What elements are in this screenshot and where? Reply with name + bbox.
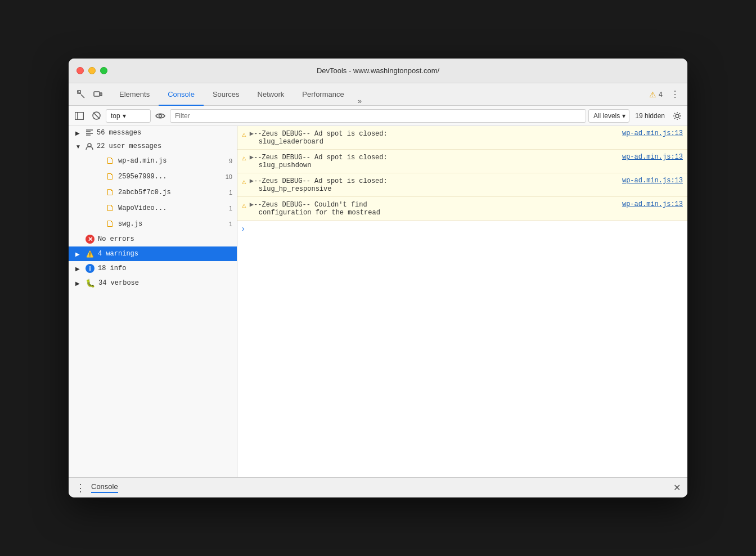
sidebar-toggle-icon[interactable] xyxy=(72,109,87,123)
tab-sources[interactable]: Sources xyxy=(204,84,249,106)
entry-link-3[interactable]: wp-ad.min.js:13 xyxy=(622,177,683,185)
inspect-icon[interactable] xyxy=(73,87,89,102)
maximize-button[interactable] xyxy=(100,67,107,74)
console-entry-4: ⚠ ▶--Zeus DEBUG-- Couldn't find wp-ad.mi… xyxy=(237,197,687,221)
svg-rect-2 xyxy=(100,93,102,96)
settings-icon[interactable] xyxy=(670,109,684,123)
svg-rect-3 xyxy=(75,112,84,119)
bottom-bar-menu-icon[interactable]: ⋮ xyxy=(75,482,86,494)
entry-link-1[interactable]: wp-ad.min.js:13 xyxy=(622,129,683,137)
title-bar: DevTools - www.washingtonpost.com/ xyxy=(69,59,687,83)
bottom-bar-title: Console xyxy=(91,482,118,493)
tab-performance[interactable]: Performance xyxy=(293,84,353,106)
warning-icon-1: ⚠ xyxy=(242,130,246,139)
no-errors-label: No errors xyxy=(98,235,232,243)
nav-tabs: Elements Console Sources Network Perform… xyxy=(110,83,649,105)
warning-icon-4: ⚠ xyxy=(242,201,246,210)
entry-text-4: ▶--Zeus DEBUG-- Couldn't find xyxy=(250,200,620,209)
entry-line-1: ▶--Zeus DEBUG-- Ad spot is closed: wp-ad… xyxy=(250,129,683,138)
verbose-label: 34 verbose xyxy=(98,279,232,287)
entry-text-3: ▶--Zeus DEBUG-- Ad spot is closed: xyxy=(250,177,620,185)
expand-arrow: ▼ xyxy=(75,144,82,150)
more-tabs-button[interactable]: » xyxy=(353,97,366,105)
expand-arrow: ▶ xyxy=(75,251,82,257)
entry-line-2: ▶--Zeus DEBUG-- Ad spot is closed: wp-ad… xyxy=(250,153,683,162)
svg-point-7 xyxy=(159,114,162,117)
entry-line-4: ▶--Zeus DEBUG-- Couldn't find wp-ad.min.… xyxy=(250,200,683,209)
tree-item-file-1[interactable]: 🗋 wp-ad.min.js 9 xyxy=(69,153,237,169)
file-icon: 🗋 xyxy=(106,219,115,229)
entry-line-3: ▶--Zeus DEBUG-- Ad spot is closed: wp-ad… xyxy=(250,177,683,185)
console-prompt: › xyxy=(237,221,687,236)
tree-item-no-errors[interactable]: ✕ No errors xyxy=(69,232,237,246)
tree-item-file-4[interactable]: 🗋 WapoVideo... 1 xyxy=(69,200,237,216)
tab-console[interactable]: Console xyxy=(159,84,204,106)
file-count: 1 xyxy=(229,221,232,227)
file-label: wp-ad.min.js xyxy=(118,157,226,165)
eye-icon[interactable] xyxy=(153,109,168,123)
prompt-arrow-icon: › xyxy=(242,224,245,233)
entry-content-3: ▶--Zeus DEBUG-- Ad spot is closed: wp-ad… xyxy=(250,177,683,193)
bottom-bar: ⋮ Console ✕ xyxy=(69,477,687,497)
entry-continuation-4: configuration for the mostread xyxy=(250,209,683,217)
left-panel: ▶ 56 messages ▼ 22 user messages xyxy=(69,126,237,477)
warning-icon-3: ⚠ xyxy=(242,177,246,186)
no-errors-icon: ✕ xyxy=(86,235,94,244)
entry-continuation-3: slug_hp_responsive xyxy=(250,185,683,193)
console-entry-2: ⚠ ▶--Zeus DEBUG-- Ad spot is closed: wp-… xyxy=(237,150,687,173)
more-options-button[interactable]: ⋮ xyxy=(667,87,683,102)
svg-point-8 xyxy=(676,114,679,118)
close-button[interactable] xyxy=(76,67,84,74)
tree-item-file-3[interactable]: 🗋 2abcb5f7c0.js 1 xyxy=(69,185,237,200)
filter-input[interactable] xyxy=(170,109,586,123)
console-entry-3: ⚠ ▶--Zeus DEBUG-- Ad spot is closed: wp-… xyxy=(237,173,687,197)
file-icon: 🗋 xyxy=(106,203,115,213)
tab-elements[interactable]: Elements xyxy=(110,84,159,106)
verbose-icon: 🐛 xyxy=(86,279,95,288)
tree-item-file-2[interactable]: 🗋 2595e7999... 10 xyxy=(69,169,237,185)
entry-continuation-1: slug_leaderboard xyxy=(250,138,683,146)
file-icon: 🗋 xyxy=(106,172,115,182)
tab-network[interactable]: Network xyxy=(249,84,294,106)
entry-content-4: ▶--Zeus DEBUG-- Couldn't find wp-ad.min.… xyxy=(250,200,683,217)
tree-item-file-5[interactable]: 🗋 swg.js 1 xyxy=(69,216,237,232)
entry-link-4[interactable]: wp-ad.min.js:13 xyxy=(622,200,683,208)
warnings-label: 4 warnings xyxy=(98,250,232,258)
entry-link-2[interactable]: wp-ad.min.js:13 xyxy=(622,153,683,161)
file-count: 1 xyxy=(229,189,232,196)
tree-item-user-messages[interactable]: ▼ 22 user messages xyxy=(69,140,237,153)
tree-item-info[interactable]: ▶ i 18 info xyxy=(69,261,237,276)
file-count: 1 xyxy=(229,205,232,212)
device-icon[interactable] xyxy=(90,87,106,102)
main-toolbar: Elements Console Sources Network Perform… xyxy=(69,83,687,106)
levels-dropdown[interactable]: All levels ▾ xyxy=(588,109,629,123)
messages-label: 56 messages xyxy=(97,129,232,137)
expand-arrow: ▶ xyxy=(75,280,82,286)
file-label: 2595e7999... xyxy=(118,173,222,181)
devtools-window: DevTools - www.washingtonpost.com/ Eleme… xyxy=(69,59,687,497)
window-title: DevTools - www.washingtonpost.com/ xyxy=(317,66,439,75)
entry-content-1: ▶--Zeus DEBUG-- Ad spot is closed: wp-ad… xyxy=(250,129,683,146)
warning-icon-2: ⚠ xyxy=(242,154,246,163)
tree-item-warnings[interactable]: ▶ ⚠️ 4 warnings xyxy=(69,246,237,261)
tree-item-messages[interactable]: ▶ 56 messages xyxy=(69,126,237,140)
file-label: 2abcb5f7c0.js xyxy=(118,189,226,196)
console-entry-1: ⚠ ▶--Zeus DEBUG-- Ad spot is closed: wp-… xyxy=(237,126,687,150)
warning-badge: ⚠ 4 xyxy=(649,90,663,99)
traffic-lights xyxy=(76,67,107,74)
file-count: 10 xyxy=(226,173,232,180)
tree-item-verbose[interactable]: ▶ 🐛 34 verbose xyxy=(69,276,237,290)
file-icon: 🗋 xyxy=(106,156,115,166)
clear-console-icon[interactable] xyxy=(89,109,104,123)
minimize-button[interactable] xyxy=(88,67,96,74)
file-icon: 🗋 xyxy=(106,187,115,198)
console-toolbar: top ▾ All levels ▾ 19 hidden xyxy=(69,106,687,126)
entry-content-2: ▶--Zeus DEBUG-- Ad spot is closed: wp-ad… xyxy=(250,153,683,169)
expand-arrow: ▶ xyxy=(75,130,82,136)
entry-text-1: ▶--Zeus DEBUG-- Ad spot is closed: xyxy=(250,129,620,138)
hidden-count: 19 hidden xyxy=(635,112,665,120)
toolbar-icons xyxy=(73,87,106,102)
bottom-bar-close-button[interactable]: ✕ xyxy=(673,482,681,493)
context-selector[interactable]: top ▾ xyxy=(106,109,151,123)
main-content: ▶ 56 messages ▼ 22 user messages xyxy=(69,126,687,477)
